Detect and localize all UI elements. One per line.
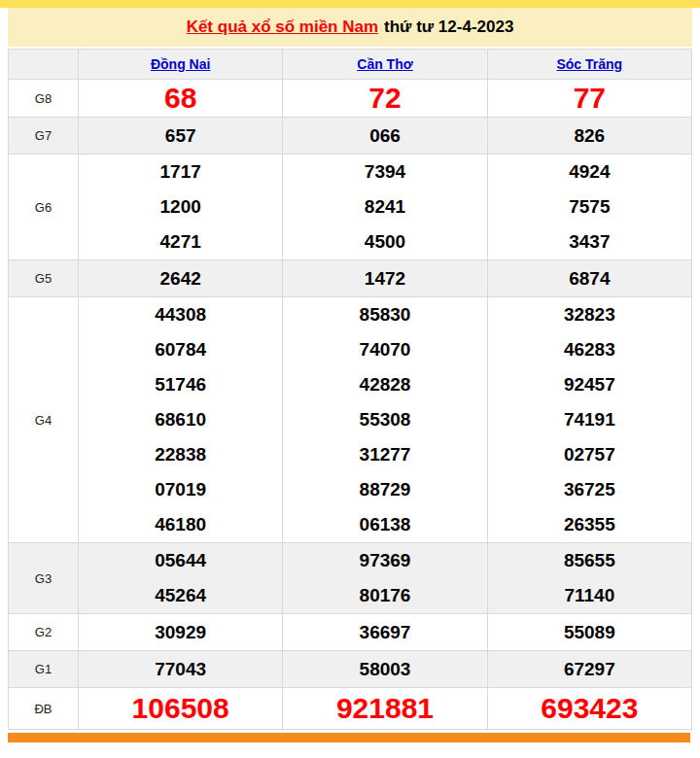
prize-number: 42828 <box>283 367 486 402</box>
prize-number: 826 <box>488 118 691 154</box>
prize-number: 46283 <box>488 332 691 367</box>
prize-number: 4924 <box>488 155 691 190</box>
table-row: G7657066826 <box>9 118 692 155</box>
lottery-results-table: Đồng Nai Cần Thơ Sóc Trăng G8687277G7657… <box>8 49 692 730</box>
column-header-can-tho: Cần Thơ <box>283 50 487 80</box>
prize-number: 1717 <box>79 155 282 190</box>
prize-numbers-cell: 68 <box>79 80 283 118</box>
prize-number: 106508 <box>79 688 282 729</box>
prize-number: 51746 <box>79 367 282 402</box>
prize-label: G3 <box>9 543 79 614</box>
prize-number: 68 <box>79 80 282 117</box>
prize-numbers-cell: 106508 <box>79 688 283 730</box>
prize-label: G2 <box>9 614 79 651</box>
title-link[interactable]: Kết quả xổ số miền Nam <box>187 17 378 37</box>
prize-number: 67297 <box>488 651 691 687</box>
prize-numbers-cell: 58003 <box>283 651 487 688</box>
title-date-text: thứ tư 12-4-2023 <box>384 17 513 37</box>
prize-number: 32823 <box>488 297 691 332</box>
prize-number: 55089 <box>488 614 691 650</box>
prize-number: 4271 <box>79 224 282 259</box>
prize-number: 066 <box>283 118 486 154</box>
top-yellow-strip <box>0 0 700 8</box>
prize-number: 7394 <box>283 155 486 190</box>
prize-numbers-cell: 55089 <box>487 614 691 651</box>
prize-label: G1 <box>9 651 79 688</box>
prize-number: 74070 <box>283 332 486 367</box>
table-header-row: Đồng Nai Cần Thơ Sóc Trăng <box>9 50 692 80</box>
prize-label: G4 <box>9 297 79 543</box>
prize-number: 8241 <box>283 190 486 224</box>
prize-numbers-cell: 32823462839245774191027573672526355 <box>487 297 691 543</box>
prize-numbers-cell: 739482414500 <box>283 155 487 260</box>
prize-number: 85830 <box>283 297 486 332</box>
prize-number: 921881 <box>283 688 486 729</box>
province-link-soc-trang[interactable]: Sóc Trăng <box>556 56 622 72</box>
prize-number: 6874 <box>488 260 691 296</box>
prize-number: 55308 <box>283 402 486 437</box>
prize-number: 36725 <box>488 472 691 507</box>
table-row: G5264214726874 <box>9 260 692 297</box>
prize-numbers-cell: 657 <box>79 118 283 155</box>
prize-number: 72 <box>283 80 486 117</box>
prize-label: ĐB <box>9 688 79 730</box>
prize-number: 77 <box>488 80 691 117</box>
prize-label: G5 <box>9 260 79 297</box>
prize-numbers-cell: 492475753437 <box>487 155 691 260</box>
prize-number: 60784 <box>79 332 282 367</box>
province-link-can-tho[interactable]: Cần Thơ <box>357 56 412 72</box>
prize-label: G7 <box>9 118 79 155</box>
prize-label: G6 <box>9 155 79 260</box>
prize-number: 26355 <box>488 507 691 542</box>
prize-number: 1472 <box>283 260 486 296</box>
prize-number: 85655 <box>488 543 691 578</box>
prize-number: 77043 <box>79 651 282 687</box>
prize-number: 97369 <box>283 543 486 578</box>
prize-number: 74191 <box>488 402 691 437</box>
prize-number: 58003 <box>283 651 486 687</box>
prize-number: 71140 <box>488 578 691 613</box>
prize-number: 31277 <box>283 437 486 472</box>
prize-numbers-cell: 066 <box>283 118 487 155</box>
prize-numbers-cell: 30929 <box>79 614 283 651</box>
prize-column-header <box>9 50 79 80</box>
prize-number: 46180 <box>79 507 282 542</box>
prize-number: 02757 <box>488 437 691 472</box>
prize-number: 3437 <box>488 224 691 259</box>
prize-numbers-cell: 36697 <box>283 614 487 651</box>
table-row: G2309293669755089 <box>9 614 692 651</box>
prize-number: 68610 <box>79 402 282 437</box>
prize-numbers-cell: 72 <box>283 80 487 118</box>
prize-number: 4500 <box>283 224 486 259</box>
prize-number: 44308 <box>79 297 282 332</box>
table-row: G6171712004271739482414500492475753437 <box>9 155 692 260</box>
prize-numbers-cell: 67297 <box>487 651 691 688</box>
province-link-dong-nai[interactable]: Đồng Nai <box>151 56 210 72</box>
prize-numbers-cell: 693423 <box>487 688 691 730</box>
prize-number: 1200 <box>79 190 282 224</box>
prize-numbers-cell: 77 <box>487 80 691 118</box>
prize-numbers-cell: 171712004271 <box>79 155 283 260</box>
prize-number: 30929 <box>79 614 282 650</box>
prize-number: 22838 <box>79 437 282 472</box>
prize-numbers-cell: 6874 <box>487 260 691 297</box>
prize-number: 80176 <box>283 578 486 613</box>
title-band: Kết quả xổ số miền Nam thứ tư 12-4-2023 <box>8 8 692 47</box>
prize-number: 88729 <box>283 472 486 507</box>
prize-numbers-cell: 77043 <box>79 651 283 688</box>
prize-numbers-cell: 1472 <box>283 260 487 297</box>
table-row: G3056444526497369801768565571140 <box>9 543 692 614</box>
prize-numbers-cell: 0564445264 <box>79 543 283 614</box>
prize-number: 45264 <box>79 578 282 613</box>
prize-number: 05644 <box>79 543 282 578</box>
prize-numbers-cell: 8565571140 <box>487 543 691 614</box>
prize-number: 07019 <box>79 472 282 507</box>
prize-numbers-cell: 85830740704282855308312778872906138 <box>283 297 487 543</box>
prize-number: 92457 <box>488 367 691 402</box>
prize-numbers-cell: 921881 <box>283 688 487 730</box>
prize-number: 36697 <box>283 614 486 650</box>
table-row: G444308607845174668610228380701946180858… <box>9 297 692 543</box>
table-row: ĐB106508921881693423 <box>9 688 692 730</box>
table-row: G8687277 <box>9 80 692 118</box>
results-table-body: G8687277G7657066826G61717120042717394824… <box>9 80 692 730</box>
